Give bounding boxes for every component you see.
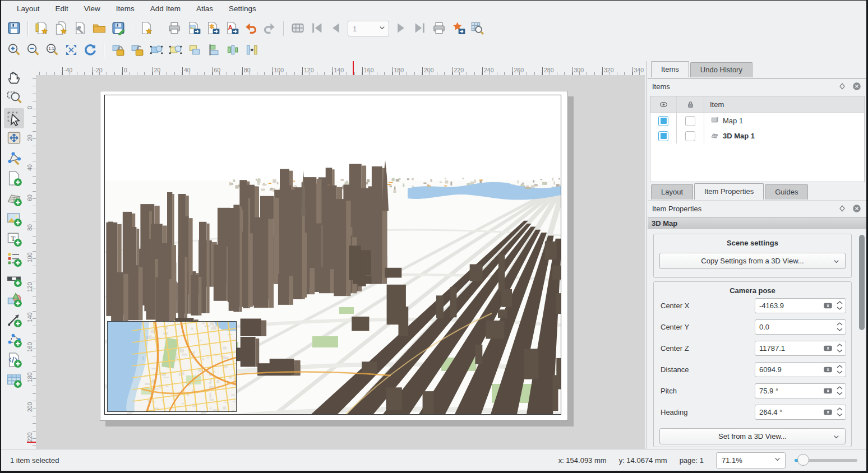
unlock-items-button[interactable] bbox=[128, 41, 147, 59]
center-x-spinbox[interactable] bbox=[755, 298, 846, 313]
clear-field-icon[interactable] bbox=[823, 365, 833, 373]
select-all-button[interactable] bbox=[147, 41, 166, 59]
next-feature-button[interactable] bbox=[391, 20, 410, 38]
zoom-slider-handle[interactable] bbox=[797, 454, 809, 466]
spin-down-icon[interactable] bbox=[837, 349, 843, 353]
lock-checkbox[interactable] bbox=[685, 116, 695, 126]
spinbox-value[interactable] bbox=[755, 302, 823, 310]
add-map-tool-button[interactable] bbox=[4, 169, 24, 189]
tab-item-properties[interactable]: Item Properties bbox=[694, 183, 764, 200]
zoom-out-button[interactable] bbox=[24, 41, 43, 59]
previous-feature-button[interactable] bbox=[326, 20, 345, 38]
zoom-actual-button[interactable]: 1:1 bbox=[43, 41, 62, 59]
add-3d-map-tool-button[interactable] bbox=[4, 189, 24, 209]
zoom-level-combo[interactable]: 71.1% bbox=[716, 452, 786, 469]
print-layout-button[interactable] bbox=[165, 20, 184, 38]
export-pdf-button[interactable]: A bbox=[222, 20, 241, 38]
tab-items[interactable]: Items bbox=[651, 61, 689, 77]
close-panel-icon[interactable] bbox=[851, 81, 862, 92]
distribute-items-button[interactable] bbox=[223, 41, 242, 59]
undo-button[interactable] bbox=[241, 20, 260, 38]
spin-down-icon[interactable] bbox=[837, 328, 843, 331]
spinbox-value[interactable] bbox=[755, 323, 835, 331]
layout-manager-button[interactable] bbox=[71, 20, 90, 38]
resize-items-button[interactable] bbox=[242, 41, 261, 59]
set-from-3d-view-button[interactable]: Set from a 3D View... bbox=[659, 428, 846, 444]
distance-spinbox[interactable] bbox=[755, 362, 846, 377]
pitch-spinbox[interactable] bbox=[755, 383, 846, 398]
float-panel-icon[interactable] bbox=[837, 203, 848, 214]
menu-layout[interactable]: Layout bbox=[9, 1, 48, 17]
tab-guides[interactable]: Guides bbox=[765, 184, 808, 200]
spin-down-icon[interactable] bbox=[837, 413, 843, 416]
copy-settings-from-3d-view-button[interactable]: Copy Settings from a 3D View... bbox=[659, 253, 846, 269]
deselect-all-button[interactable] bbox=[166, 41, 185, 59]
export-atlas-button[interactable] bbox=[449, 20, 468, 38]
float-panel-icon[interactable] bbox=[837, 81, 848, 92]
preview-atlas-button[interactable] bbox=[288, 20, 307, 38]
atlas-page-combo[interactable]: 1 bbox=[348, 21, 389, 36]
add-arrow-tool-button[interactable] bbox=[4, 310, 24, 330]
save-as-template-button[interactable] bbox=[109, 20, 128, 38]
center-y-spinbox[interactable] bbox=[755, 319, 846, 335]
items-table-row[interactable]: Map 1 bbox=[650, 113, 864, 128]
add-picture-tool-button[interactable] bbox=[4, 209, 24, 229]
zoom-tool-tool-button[interactable] bbox=[4, 88, 24, 108]
clear-field-icon[interactable] bbox=[823, 302, 833, 309]
layout-canvas[interactable] bbox=[36, 75, 645, 452]
add-label-tool-button[interactable]: T bbox=[4, 229, 24, 249]
add-node-item-tool-button[interactable] bbox=[4, 330, 24, 350]
select-move-item-tool-button[interactable] bbox=[4, 108, 24, 128]
pan-tool-button[interactable] bbox=[4, 68, 24, 88]
export-svg-button[interactable] bbox=[203, 20, 222, 38]
spin-up-icon[interactable] bbox=[837, 407, 843, 411]
lock-items-button[interactable] bbox=[109, 41, 128, 59]
new-layout-button[interactable] bbox=[33, 20, 52, 38]
zoom-full-button[interactable] bbox=[62, 41, 81, 59]
zoom-slider[interactable] bbox=[795, 454, 857, 466]
add-items-from-template-button[interactable] bbox=[137, 20, 156, 38]
spin-up-icon[interactable] bbox=[837, 322, 843, 326]
map-item[interactable] bbox=[107, 321, 237, 412]
lock-checkbox[interactable] bbox=[685, 131, 695, 141]
add-scalebar-tool-button[interactable] bbox=[4, 270, 24, 290]
spin-down-icon[interactable] bbox=[837, 392, 843, 395]
edit-nodes-item-tool-button[interactable] bbox=[4, 149, 24, 169]
spin-down-icon[interactable] bbox=[837, 370, 843, 374]
menu-atlas[interactable]: Atlas bbox=[188, 1, 221, 17]
visibility-checkbox[interactable] bbox=[658, 116, 668, 126]
layout-page[interactable] bbox=[100, 91, 568, 421]
spinbox-value[interactable] bbox=[755, 365, 823, 374]
tab-layout[interactable]: Layout bbox=[651, 184, 693, 200]
last-feature-button[interactable] bbox=[410, 20, 430, 38]
zoom-in-button[interactable] bbox=[4, 41, 24, 59]
refresh-view-button[interactable] bbox=[81, 41, 100, 59]
menu-items[interactable]: Items bbox=[108, 1, 142, 17]
add-attribute-table-tool-button[interactable] bbox=[4, 370, 24, 391]
add-shape-tool-button[interactable] bbox=[4, 290, 24, 310]
add-html-tool-button[interactable] bbox=[4, 350, 24, 370]
clear-field-icon[interactable] bbox=[823, 408, 833, 416]
spinbox-value[interactable] bbox=[755, 387, 823, 395]
add-legend-tool-button[interactable] bbox=[4, 249, 24, 270]
align-items-button[interactable] bbox=[204, 41, 223, 59]
first-feature-button[interactable] bbox=[307, 20, 326, 38]
move-item-content-tool-button[interactable] bbox=[4, 128, 24, 149]
clear-field-icon[interactable] bbox=[823, 387, 833, 395]
spinbox-value[interactable] bbox=[755, 344, 823, 353]
duplicate-layout-button[interactable] bbox=[52, 20, 71, 38]
spin-down-icon[interactable] bbox=[837, 307, 843, 310]
items-table-row[interactable]: 3D Map 1 bbox=[650, 128, 864, 143]
clear-field-icon[interactable] bbox=[823, 344, 833, 352]
heading-spinbox[interactable] bbox=[755, 405, 846, 420]
save-button[interactable] bbox=[4, 20, 24, 38]
atlas-settings-button[interactable] bbox=[468, 20, 487, 38]
center-z-spinbox[interactable] bbox=[755, 341, 846, 356]
spin-up-icon[interactable] bbox=[837, 386, 843, 389]
redo-button[interactable] bbox=[260, 20, 279, 38]
print-atlas-button[interactable] bbox=[430, 20, 449, 38]
spin-up-icon[interactable] bbox=[837, 365, 843, 368]
menu-view[interactable]: View bbox=[76, 1, 108, 17]
spin-up-icon[interactable] bbox=[837, 301, 843, 304]
properties-scrollbar[interactable] bbox=[859, 235, 865, 330]
